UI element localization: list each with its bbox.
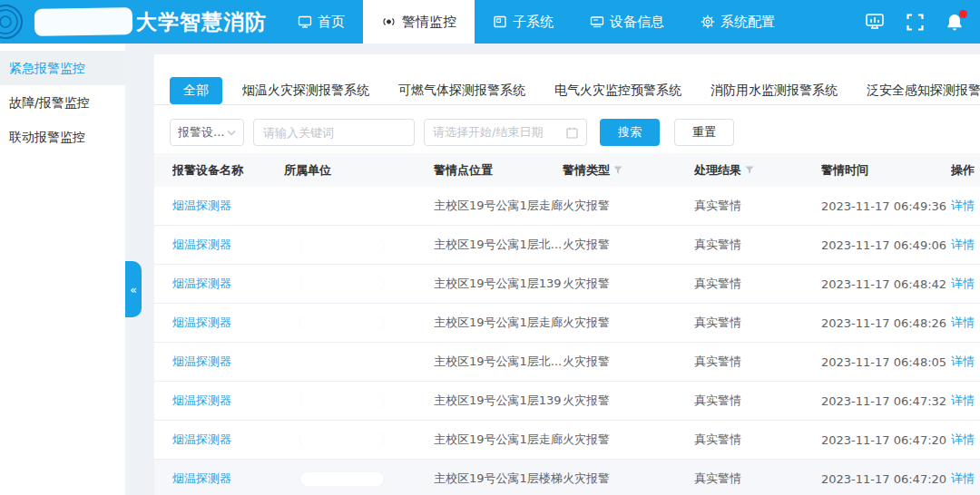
- system-tab[interactable]: 可燃气体探测报警系统: [398, 77, 525, 104]
- operations-cell: 详情 处理: [951, 393, 980, 409]
- keyword-input[interactable]: [263, 126, 405, 140]
- table-row[interactable]: 烟温探测器 主校区19号公寓1层走廊4 火灾报警 真实警情 2023-11-17…: [154, 187, 980, 226]
- table-row[interactable]: 烟温探测器 主校区19号公寓1层139 火灾报警 真实警情 2023-11-17…: [154, 265, 980, 304]
- detail-link[interactable]: 详情: [951, 315, 975, 331]
- nav-item-label: 首页: [318, 14, 345, 31]
- handle-result-cell: 真实警情: [694, 471, 821, 487]
- alarm-type-cell: 火灾报警: [563, 354, 694, 370]
- alarm-location-cell: 主校区19号公寓1层楼梯3: [434, 471, 563, 487]
- left-sidebar: 紧急报警监控 故障/报警监控 联动报警监控: [0, 44, 125, 495]
- alarm-location-cell: 主校区19号公寓1层走廊4: [434, 198, 563, 214]
- nav-item-subsystems[interactable]: 子系统: [475, 0, 572, 44]
- reset-button[interactable]: 重置: [674, 119, 734, 146]
- operations-cell: 详情 处理: [951, 432, 980, 448]
- redacted-unit-smudge: [300, 277, 384, 291]
- system-tab[interactable]: 泛安全感知探测报警系统: [867, 77, 980, 104]
- sidebar-item-linkage-alarm-monitoring[interactable]: 联动报警监控: [0, 120, 125, 154]
- alarm-time-cell: 2023-11-17 06:47:20: [821, 433, 951, 447]
- main-nav: 首页 警情监控 子系统: [279, 0, 793, 44]
- alarm-location-cell: 主校区19号公寓1层走廊4: [434, 432, 563, 448]
- alarm-location-cell: 主校区19号公寓1层139: [434, 276, 563, 292]
- system-tab[interactable]: 烟温火灾探测报警系统: [242, 77, 369, 104]
- detail-link[interactable]: 详情: [951, 393, 975, 409]
- sidebar-item-fault-alarm-monitoring[interactable]: 故障/报警监控: [0, 85, 125, 120]
- alarm-time-cell: 2023-11-17 06:49:36: [821, 199, 951, 213]
- nav-item-alarm-monitoring[interactable]: 警情监控: [363, 0, 475, 44]
- handle-result-cell: 真实警情: [694, 315, 821, 331]
- sidebar-collapse-handle[interactable]: «: [125, 261, 142, 317]
- owner-unit-cell: [284, 238, 434, 252]
- detail-link[interactable]: 详情: [951, 198, 975, 214]
- detail-link[interactable]: 详情: [951, 432, 975, 448]
- table-row[interactable]: 烟温探测器 主校区19号公寓1层楼梯3 火灾报警 真实警情 2023-11-17…: [154, 460, 980, 495]
- date-placeholder: 请选择开始/结束日期: [433, 124, 543, 141]
- owner-unit-cell: [284, 394, 434, 408]
- app-title: 大学智慧消防: [136, 8, 267, 36]
- device-name-link[interactable]: 烟温探测器: [172, 198, 231, 214]
- alarm-location-cell: 主校区19号公寓1层走廊4: [434, 315, 563, 331]
- handle-result-cell: 真实警情: [694, 198, 821, 214]
- alarm-device-select[interactable]: 报警设...: [170, 119, 244, 146]
- device-name-link[interactable]: 烟温探测器: [172, 315, 231, 331]
- table-body: 烟温探测器 主校区19号公寓1层走廊4 火灾报警 真实警情 2023-11-17…: [154, 187, 980, 495]
- table-row[interactable]: 烟温探测器 主校区19号公寓1层北... 火灾报警 真实警情 2023-11-1…: [154, 343, 980, 382]
- sidebar-item-emergency-alarm-monitoring[interactable]: 紧急报警监控: [0, 51, 125, 85]
- alarm-time-cell: 2023-11-17 06:47:32: [821, 394, 951, 408]
- alarm-signal-icon: [381, 15, 397, 29]
- device-name-link[interactable]: 烟温探测器: [172, 354, 231, 370]
- university-logo-icon: [0, 2, 33, 42]
- table-row[interactable]: 烟温探测器 主校区19号公寓1层走廊4 火灾报警 真实警情 2023-11-17…: [154, 421, 980, 460]
- redacted-unit-smudge: [300, 394, 384, 408]
- navbar-right-icons: [865, 0, 980, 44]
- table-header-row: 报警设备名称 所属单位 警情点位置 警情类型 处理结果 警情时间 操作: [154, 153, 980, 187]
- redacted-unit-smudge: [300, 238, 384, 252]
- device-name-link[interactable]: 烟温探测器: [172, 432, 231, 448]
- system-tab[interactable]: 电气火灾监控预警系统: [554, 77, 681, 104]
- alarm-type-cell: 火灾报警: [563, 276, 694, 292]
- table-row[interactable]: 烟温探测器 主校区19号公寓1层走廊4 火灾报警 真实警情 2023-11-17…: [154, 304, 980, 343]
- filter-funnel-icon[interactable]: [745, 166, 754, 174]
- date-range-picker[interactable]: 请选择开始/结束日期: [424, 119, 587, 146]
- handle-result-cell: 真实警情: [694, 237, 821, 253]
- content-card: 全部烟温火灾探测报警系统可燃气体探测报警系统电气火灾监控预警系统消防用水监测报警…: [154, 54, 980, 495]
- operations-cell: 详情 处理: [951, 354, 980, 370]
- system-tab[interactable]: 消防用水监测报警系统: [710, 77, 838, 104]
- alarm-type-cell: 火灾报警: [563, 198, 694, 214]
- nav-item-label: 系统配置: [720, 14, 775, 31]
- handle-result-cell: 真实警情: [694, 276, 821, 292]
- bell-icon[interactable]: [946, 13, 964, 32]
- table-row[interactable]: 烟温探测器 主校区19号公寓1层139 火灾报警 真实警情 2023-11-17…: [154, 382, 980, 421]
- alarm-time-cell: 2023-11-17 06:48:05: [821, 355, 951, 369]
- gear-icon: [701, 15, 715, 29]
- device-name-link[interactable]: 烟温探测器: [172, 276, 231, 292]
- col-header-owner-unit: 所属单位: [284, 162, 434, 179]
- keyword-search-field[interactable]: [253, 119, 415, 146]
- system-tab[interactable]: 全部: [170, 77, 222, 104]
- alarm-table: 报警设备名称 所属单位 警情点位置 警情类型 处理结果 警情时间 操作: [154, 153, 980, 495]
- owner-unit-cell: [284, 472, 434, 486]
- operations-cell: 详情 处理: [951, 237, 980, 253]
- table-row[interactable]: 烟温探测器 主校区19号公寓1层北... 火灾报警 真实警情 2023-11-1…: [154, 226, 980, 265]
- device-name-link[interactable]: 烟温探测器: [172, 237, 231, 253]
- detail-link[interactable]: 详情: [951, 237, 975, 253]
- home-monitor-icon: [298, 15, 312, 29]
- nav-item-home[interactable]: 首页: [279, 0, 363, 44]
- nav-item-system-config[interactable]: 系统配置: [682, 0, 793, 44]
- filter-funnel-icon[interactable]: [613, 166, 622, 174]
- detail-link[interactable]: 详情: [951, 471, 975, 487]
- device-name-link[interactable]: 烟温探测器: [172, 393, 231, 409]
- detail-link[interactable]: 详情: [951, 276, 975, 292]
- col-header-device-name: 报警设备名称: [172, 162, 284, 179]
- device-name-link[interactable]: 烟温探测器: [172, 471, 231, 487]
- filter-bar: 报警设... 请选择开始/结束日期 搜索 重置: [170, 119, 980, 146]
- alarm-location-cell: 主校区19号公寓1层北...: [434, 237, 563, 253]
- fullscreen-icon[interactable]: [906, 14, 924, 31]
- detail-link[interactable]: 详情: [951, 354, 975, 370]
- search-button[interactable]: 搜索: [600, 119, 660, 146]
- nav-item-device-info[interactable]: 设备信息: [572, 0, 682, 44]
- operations-cell: 详情 处理: [951, 315, 980, 331]
- page: 大学智慧消防 首页 警情监控: [0, 0, 980, 495]
- dashboard-chart-icon[interactable]: [865, 13, 885, 31]
- redacted-unit-smudge: [300, 316, 384, 330]
- redacted-unit-smudge: [300, 433, 384, 447]
